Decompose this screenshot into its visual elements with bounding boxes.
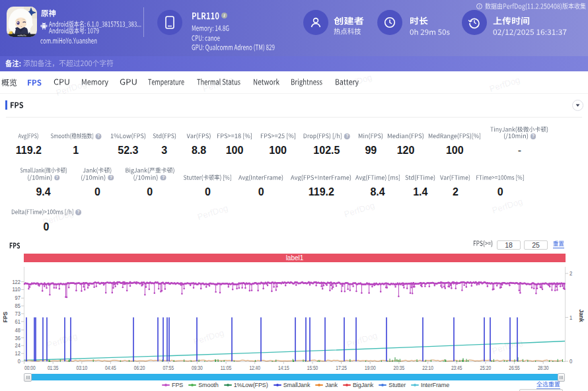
svg-text:20:35: 20:35 [394,364,405,371]
svg-text:26:55: 26:55 [509,364,520,371]
svg-text:1: 1 [570,314,572,321]
svg-text:122: 122 [12,278,20,285]
svg-text:01:35: 01:35 [48,364,59,371]
svg-text:15:50: 15:50 [307,364,318,371]
svg-text:12: 12 [15,349,20,357]
svg-text:17:25: 17:25 [336,364,347,371]
svg-text:73: 73 [15,310,20,317]
svg-text:09:30: 09:30 [192,364,203,371]
svg-text:97: 97 [15,294,20,301]
svg-text:12:40: 12:40 [249,364,260,371]
svg-text:61: 61 [15,318,20,325]
svg-text:14:15: 14:15 [278,364,289,371]
svg-text:06:20: 06:20 [134,364,145,371]
svg-text:28:30: 28:30 [538,364,549,371]
svg-text:24: 24 [15,341,20,349]
svg-text:Jank: Jank [578,309,585,322]
svg-text:110: 110 [12,285,20,293]
svg-text:0: 0 [18,357,20,365]
svg-text:miHoYo: miHoYo [17,34,26,37]
svg-text:48: 48 [15,326,20,334]
svg-text:00:00: 00:00 [24,364,36,371]
svg-text:07:55: 07:55 [163,364,174,371]
svg-text:2: 2 [570,269,572,277]
svg-text:11:05: 11:05 [221,364,232,371]
svg-text:0: 0 [570,357,572,365]
svg-text:25:20: 25:20 [480,364,492,371]
svg-text:85: 85 [15,302,20,309]
svg-text:36: 36 [15,334,20,341]
svg-text:04:45: 04:45 [105,364,116,371]
svg-text:23:45: 23:45 [451,364,462,371]
svg-text:03:10: 03:10 [77,364,88,371]
svg-text:FPS: FPS [2,311,9,322]
svg-text:22:10: 22:10 [422,364,433,371]
svg-text:19:00: 19:00 [365,364,376,371]
